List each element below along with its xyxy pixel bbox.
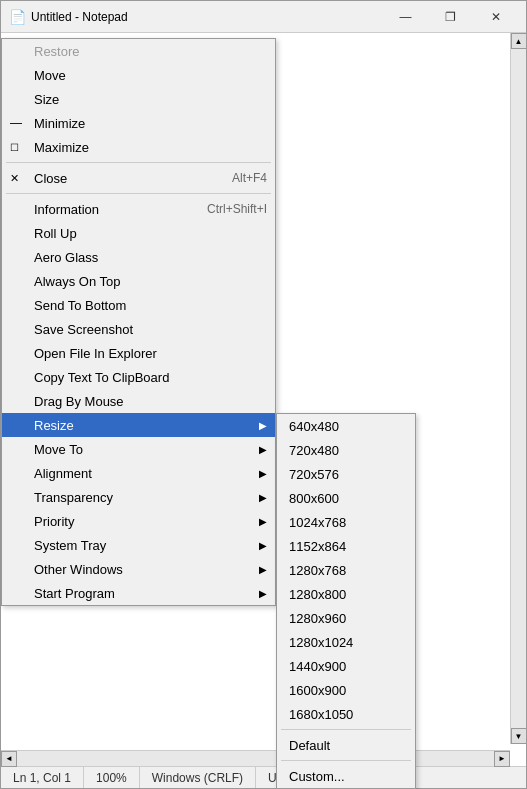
menu-item-minimize[interactable]: — Minimize bbox=[2, 111, 275, 135]
priority-label: Priority bbox=[34, 514, 74, 529]
close-label: Close bbox=[34, 171, 67, 186]
separator-1 bbox=[6, 162, 271, 163]
res-1280x1024-label: 1280x1024 bbox=[289, 635, 353, 650]
titlebar-buttons: — ❐ ✕ bbox=[383, 1, 518, 33]
submenu-item-1280x960[interactable]: 1280x960 bbox=[277, 606, 415, 630]
scroll-down-arrow[interactable]: ▼ bbox=[511, 728, 527, 744]
menu-item-move[interactable]: Move bbox=[2, 63, 275, 87]
titlebar: 📄 Untitled - Notepad — ❐ ✕ bbox=[1, 1, 526, 33]
horizontal-scrollbar[interactable]: ◄ ► bbox=[1, 750, 510, 766]
submenu-item-1280x1024[interactable]: 1280x1024 bbox=[277, 630, 415, 654]
submenu-item-1152x864[interactable]: 1152x864 bbox=[277, 534, 415, 558]
separator-2 bbox=[6, 193, 271, 194]
submenu-item-1280x800[interactable]: 1280x800 bbox=[277, 582, 415, 606]
menu-item-resize[interactable]: Resize ▶ 640x480 720x480 720x576 800x600 bbox=[2, 413, 275, 437]
copy-text-label: Copy Text To ClipBoard bbox=[34, 370, 169, 385]
save-screenshot-label: Save Screenshot bbox=[34, 322, 133, 337]
submenu-item-default[interactable]: Default bbox=[277, 733, 415, 757]
menu-item-alignment[interactable]: Alignment ▶ bbox=[2, 461, 275, 485]
information-label: Information bbox=[34, 202, 99, 217]
menu-item-send-to-bottom[interactable]: Send To Bottom bbox=[2, 293, 275, 317]
app-icon: 📄 bbox=[9, 9, 25, 25]
transparency-label: Transparency bbox=[34, 490, 113, 505]
context-menu: Restore Move Size — Minimize ☐ Maximize bbox=[1, 38, 276, 606]
menu-item-information[interactable]: Information Ctrl+Shift+I bbox=[2, 197, 275, 221]
drag-by-mouse-label: Drag By Mouse bbox=[34, 394, 124, 409]
menu-item-save-screenshot[interactable]: Save Screenshot bbox=[2, 317, 275, 341]
menu-item-transparency[interactable]: Transparency ▶ bbox=[2, 485, 275, 509]
submenu-item-1280x768[interactable]: 1280x768 bbox=[277, 558, 415, 582]
menu-item-drag-by-mouse[interactable]: Drag By Mouse bbox=[2, 389, 275, 413]
res-640x480-label: 640x480 bbox=[289, 419, 339, 434]
submenu-item-1024x768[interactable]: 1024x768 bbox=[277, 510, 415, 534]
menu-item-close[interactable]: ✕ Close Alt+F4 bbox=[2, 166, 275, 190]
system-tray-arrow-icon: ▶ bbox=[259, 540, 267, 551]
restore-button[interactable]: ❐ bbox=[428, 1, 473, 33]
roll-up-label: Roll Up bbox=[34, 226, 77, 241]
res-custom-label: Custom... bbox=[289, 769, 345, 784]
menu-item-other-windows[interactable]: Other Windows ▶ bbox=[2, 557, 275, 581]
resize-submenu: 640x480 720x480 720x576 800x600 1024x768 bbox=[276, 413, 416, 789]
start-program-arrow-icon: ▶ bbox=[259, 588, 267, 599]
res-800x600-label: 800x600 bbox=[289, 491, 339, 506]
other-windows-arrow-icon: ▶ bbox=[259, 564, 267, 575]
scroll-up-arrow[interactable]: ▲ bbox=[511, 33, 527, 49]
minimize-button[interactable]: — bbox=[383, 1, 428, 33]
menu-item-start-program[interactable]: Start Program ▶ bbox=[2, 581, 275, 605]
menu-item-always-on-top[interactable]: Always On Top bbox=[2, 269, 275, 293]
transparency-arrow-icon: ▶ bbox=[259, 492, 267, 503]
maximize-icon: ☐ bbox=[10, 142, 19, 153]
menu-item-open-file[interactable]: Open File In Explorer bbox=[2, 341, 275, 365]
vertical-scrollbar[interactable]: ▲ ▼ bbox=[510, 33, 526, 744]
resize-arrow-icon: ▶ bbox=[259, 420, 267, 431]
content-area: ▲ ▼ ◄ ► Restore Move Size — bbox=[1, 33, 526, 766]
res-1024x768-label: 1024x768 bbox=[289, 515, 346, 530]
statusbar-position: Ln 1, Col 1 bbox=[1, 767, 84, 788]
submenu-item-800x600[interactable]: 800x600 bbox=[277, 486, 415, 510]
information-shortcut: Ctrl+Shift+I bbox=[207, 202, 267, 216]
res-720x576-label: 720x576 bbox=[289, 467, 339, 482]
submenu-item-1440x900[interactable]: 1440x900 bbox=[277, 654, 415, 678]
menu-item-copy-text[interactable]: Copy Text To ClipBoard bbox=[2, 365, 275, 389]
alignment-label: Alignment bbox=[34, 466, 92, 481]
submenu-separator-1 bbox=[281, 729, 411, 730]
send-to-bottom-label: Send To Bottom bbox=[34, 298, 126, 313]
menu-item-maximize[interactable]: ☐ Maximize bbox=[2, 135, 275, 159]
open-file-label: Open File In Explorer bbox=[34, 346, 157, 361]
close-shortcut: Alt+F4 bbox=[232, 171, 267, 185]
scroll-left-arrow[interactable]: ◄ bbox=[1, 751, 17, 767]
restore-label: Restore bbox=[34, 44, 80, 59]
scroll-right-arrow[interactable]: ► bbox=[494, 751, 510, 767]
submenu-item-720x576[interactable]: 720x576 bbox=[277, 462, 415, 486]
scroll-track-v[interactable] bbox=[511, 49, 526, 728]
submenu-item-1680x1050[interactable]: 1680x1050 bbox=[277, 702, 415, 726]
other-windows-label: Other Windows bbox=[34, 562, 123, 577]
statusbar-zoom: 100% bbox=[84, 767, 140, 788]
res-1440x900-label: 1440x900 bbox=[289, 659, 346, 674]
start-program-label: Start Program bbox=[34, 586, 115, 601]
menu-item-roll-up[interactable]: Roll Up bbox=[2, 221, 275, 245]
menu-item-system-tray[interactable]: System Tray ▶ bbox=[2, 533, 275, 557]
res-default-label: Default bbox=[289, 738, 330, 753]
scroll-track-h[interactable] bbox=[17, 751, 494, 766]
submenu-item-1600x900[interactable]: 1600x900 bbox=[277, 678, 415, 702]
menu-item-aero-glass[interactable]: Aero Glass bbox=[2, 245, 275, 269]
aero-glass-label: Aero Glass bbox=[34, 250, 98, 265]
submenu-item-640x480[interactable]: 640x480 bbox=[277, 414, 415, 438]
maximize-label: Maximize bbox=[34, 140, 89, 155]
move-to-arrow-icon: ▶ bbox=[259, 444, 267, 455]
res-1280x960-label: 1280x960 bbox=[289, 611, 346, 626]
always-on-top-label: Always On Top bbox=[34, 274, 120, 289]
res-1680x1050-label: 1680x1050 bbox=[289, 707, 353, 722]
submenu-item-custom[interactable]: Custom... bbox=[277, 764, 415, 788]
menu-item-priority[interactable]: Priority ▶ bbox=[2, 509, 275, 533]
menu-item-size[interactable]: Size bbox=[2, 87, 275, 111]
res-1280x800-label: 1280x800 bbox=[289, 587, 346, 602]
submenu-item-720x480[interactable]: 720x480 bbox=[277, 438, 415, 462]
res-1152x864-label: 1152x864 bbox=[289, 539, 346, 554]
menu-item-move-to[interactable]: Move To ▶ bbox=[2, 437, 275, 461]
statusbar-line-ending: Windows (CRLF) bbox=[140, 767, 256, 788]
close-button[interactable]: ✕ bbox=[473, 1, 518, 33]
menu-item-restore[interactable]: Restore bbox=[2, 39, 275, 63]
minimize-icon: — bbox=[10, 116, 22, 130]
